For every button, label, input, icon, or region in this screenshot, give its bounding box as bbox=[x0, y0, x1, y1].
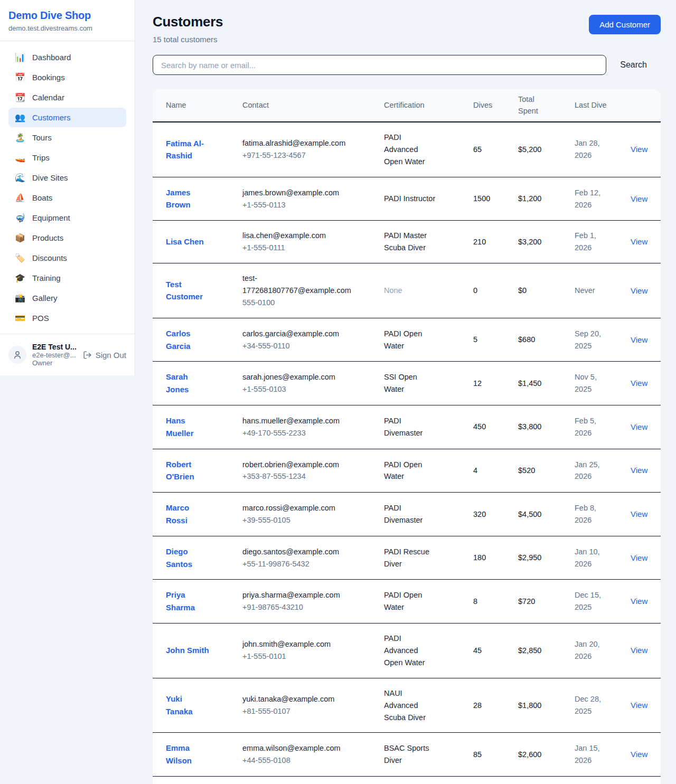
training-icon: 🎓 bbox=[15, 274, 25, 282]
table-row: Lisa Chen lisa.chen@example.com +1-555-0… bbox=[153, 221, 661, 263]
view-link[interactable]: View bbox=[631, 466, 647, 475]
discounts-icon: 🏷️ bbox=[15, 254, 25, 262]
table-row: James Brown james.brown@example.com +1-5… bbox=[153, 177, 661, 221]
sidebar-item-label: Bookings bbox=[32, 73, 65, 82]
boats-icon: ⛵ bbox=[15, 194, 25, 202]
sign-out-icon bbox=[83, 351, 92, 360]
customers-table: Name Contact Certification Dives Total S… bbox=[153, 89, 661, 784]
sign-out-label: Sign Out bbox=[96, 351, 126, 360]
sidebar-item-training[interactable]: 🎓 Training bbox=[8, 268, 126, 288]
customer-email: marco.rossi@example.com bbox=[242, 502, 351, 514]
customer-last-dive: Jan 20, 2026 bbox=[575, 640, 600, 660]
view-link[interactable]: View bbox=[631, 701, 647, 710]
customer-name-link[interactable]: Priya Sharma bbox=[166, 589, 211, 613]
col-header-actions bbox=[618, 89, 661, 122]
customer-name-link[interactable]: Robert O'Brien bbox=[166, 458, 211, 483]
customer-certification: PADI Rescue Diver bbox=[384, 547, 429, 568]
sidebar-item-gallery[interactable]: 📸 Gallery bbox=[8, 288, 126, 308]
sidebar-item-boats[interactable]: ⛵ Boats bbox=[8, 188, 126, 207]
customer-phone: +1-555-0113 bbox=[242, 199, 351, 211]
customer-total-spent: $2,850 bbox=[518, 646, 541, 655]
customer-name-link[interactable]: John Smith bbox=[166, 644, 209, 657]
table-row: Priya Sharma priya.sharma@example.com +9… bbox=[153, 580, 661, 624]
customer-count: 15 total customers bbox=[153, 35, 223, 44]
view-link[interactable]: View bbox=[631, 422, 647, 431]
view-link[interactable]: View bbox=[631, 286, 647, 295]
customer-name-link[interactable]: Carlos Garcia bbox=[166, 327, 211, 352]
table-row: Test Customer test-1772681807767@example… bbox=[153, 263, 661, 318]
customer-name-link[interactable]: Lisa Chen bbox=[166, 235, 204, 248]
view-link[interactable]: View bbox=[631, 509, 647, 518]
customer-name-link[interactable]: James Brown bbox=[166, 186, 211, 211]
shop-brand[interactable]: Demo Dive Shop demo.test.divestreams.com bbox=[0, 0, 135, 41]
sidebar-item-trips[interactable]: 🚤 Trips bbox=[8, 148, 126, 167]
add-customer-button[interactable]: Add Customer bbox=[589, 15, 661, 34]
sidebar-item-label: Dashboard bbox=[32, 53, 71, 62]
sidebar-item-pos[interactable]: 💳 POS bbox=[8, 308, 126, 328]
customer-phone: +971-55-123-4567 bbox=[242, 149, 351, 162]
customer-last-dive: Sep 20, 2025 bbox=[575, 329, 601, 350]
customer-name-link[interactable]: Diego Santos bbox=[166, 545, 211, 570]
sidebar-item-customers[interactable]: 👥 Customers bbox=[8, 108, 126, 127]
table-body: Fatima Al-Rashid fatima.alrashid@example… bbox=[153, 122, 661, 784]
view-link[interactable]: View bbox=[631, 597, 647, 606]
customer-total-spent: $520 bbox=[518, 466, 535, 475]
customer-name-link[interactable]: Emma Wilson bbox=[166, 742, 211, 767]
customer-phone: +353-87-555-1234 bbox=[242, 470, 351, 483]
sidebar-item-label: POS bbox=[32, 314, 49, 323]
customer-phone: +91-98765-43210 bbox=[242, 601, 351, 613]
customer-name-link[interactable]: Yuki Tanaka bbox=[166, 693, 211, 717]
search-input[interactable] bbox=[153, 55, 606, 75]
customer-dives: 28 bbox=[473, 701, 482, 710]
customer-email: carlos.garcia@example.com bbox=[242, 328, 351, 340]
customer-email: test-1772681807767@example.com bbox=[242, 272, 351, 297]
col-header-dives: Dives bbox=[459, 89, 505, 122]
main-content: Customers 15 total customers Add Custome… bbox=[135, 0, 676, 784]
bookings-icon: 📅 bbox=[15, 73, 25, 82]
customer-certification: PADI Master Scuba Diver bbox=[384, 231, 427, 252]
sidebar-item-label: Customers bbox=[32, 113, 71, 122]
customer-phone: +1-555-0111 bbox=[242, 242, 351, 254]
shop-domain: demo.test.divestreams.com bbox=[8, 24, 126, 32]
customer-dives: 5 bbox=[473, 335, 477, 344]
customer-name-link[interactable]: Marco Rossi bbox=[166, 502, 211, 526]
view-link[interactable]: View bbox=[631, 646, 647, 655]
customer-certification: PADI Advanced Open Water bbox=[384, 634, 425, 667]
customer-name-link[interactable]: Sarah Jones bbox=[166, 371, 211, 395]
customer-phone: +49-170-555-2233 bbox=[242, 427, 351, 439]
shop-name[interactable]: Demo Dive Shop bbox=[8, 10, 126, 22]
customer-last-dive: Jan 10, 2026 bbox=[575, 547, 600, 568]
view-link[interactable]: View bbox=[631, 379, 647, 388]
customer-name-link[interactable]: Fatima Al-Rashid bbox=[166, 137, 211, 162]
view-link[interactable]: View bbox=[631, 553, 647, 562]
customer-certification: PADI Open Water bbox=[384, 329, 422, 350]
view-link[interactable]: View bbox=[631, 335, 647, 344]
sidebar-item-dashboard[interactable]: 📊 Dashboard bbox=[8, 48, 126, 67]
sidebar-item-bookings[interactable]: 📅 Bookings bbox=[8, 68, 126, 87]
sidebar-item-products[interactable]: 📦 Products bbox=[8, 228, 126, 248]
view-link[interactable]: View bbox=[631, 237, 647, 246]
customer-certification: PADI Instructor bbox=[384, 194, 435, 203]
customer-dives: 210 bbox=[473, 238, 486, 246]
customer-email: john.smith@example.com bbox=[242, 638, 351, 650]
customer-dives: 1500 bbox=[473, 194, 490, 203]
sidebar-item-label: Products bbox=[32, 233, 63, 242]
app-root: Demo Dive Shop demo.test.divestreams.com… bbox=[0, 0, 676, 784]
view-link[interactable]: View bbox=[631, 194, 647, 203]
dive-sites-icon: 🌊 bbox=[15, 174, 25, 182]
customer-name-link[interactable]: Test Customer bbox=[166, 278, 211, 303]
sidebar-item-equipment[interactable]: 🤿 Equipment bbox=[8, 208, 126, 228]
table-row: Yuki Tanaka yuki.tanaka@example.com +81-… bbox=[153, 678, 661, 733]
sidebar-item-dive-sites[interactable]: 🌊 Dive Sites bbox=[8, 168, 126, 187]
sidebar-item-discounts[interactable]: 🏷️ Discounts bbox=[8, 248, 126, 268]
sign-out-button[interactable]: Sign Out bbox=[83, 351, 126, 360]
customer-phone: +44-555-0108 bbox=[242, 754, 351, 767]
sidebar-item-calendar[interactable]: 📆 Calendar bbox=[8, 88, 126, 107]
view-link[interactable]: View bbox=[631, 750, 647, 759]
sidebar-item-tours[interactable]: 🏝️ Tours bbox=[8, 128, 126, 147]
customer-dives: 45 bbox=[473, 646, 482, 655]
view-link[interactable]: View bbox=[631, 145, 647, 154]
search-button[interactable]: Search bbox=[606, 60, 661, 70]
customer-name-link[interactable]: Hans Mueller bbox=[166, 414, 211, 439]
sidebar-item-label: Gallery bbox=[32, 294, 58, 303]
